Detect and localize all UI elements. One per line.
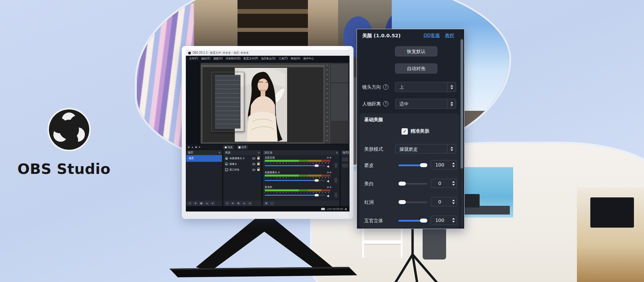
beauty-plugin-panel: 美颜 (1.0.0.52) QQ客服 教程 恢复默认 自动对焦 镜头方向 ? 上… bbox=[357, 29, 465, 229]
slider-handle[interactable] bbox=[420, 219, 427, 223]
dock-menu-icon[interactable]: ⧉ bbox=[336, 151, 338, 154]
slider-handle[interactable] bbox=[420, 163, 427, 167]
ruddiness-label: 红润 bbox=[364, 197, 374, 207]
mixer-kebab-button[interactable]: ⋮ bbox=[334, 178, 337, 183]
sources-dock: 来源 ⧉ ● 美颜摄像头 A ▶ 摄像头 bbox=[223, 150, 262, 206]
tutorial-link[interactable]: 教程 bbox=[445, 33, 454, 39]
ps-canvas bbox=[203, 67, 323, 142]
mixer-kebab-button[interactable]: ⋮ bbox=[334, 192, 337, 198]
menu-help[interactable]: 帮助(H) bbox=[291, 57, 300, 60]
remove-source-button[interactable]: ✕ bbox=[230, 201, 235, 205]
ruddiness-value-spinbox[interactable]: 0 bbox=[431, 197, 457, 206]
source-row-camera[interactable]: ▶ 摄像头 bbox=[223, 161, 261, 167]
dock-menu-icon[interactable]: ⧉ bbox=[258, 151, 260, 154]
spin-arrows-icon[interactable] bbox=[452, 216, 455, 225]
ps-tool-column bbox=[325, 63, 329, 144]
add-scene-button[interactable]: + bbox=[187, 201, 192, 205]
speaker-icon[interactable] bbox=[327, 180, 330, 183]
scene-down-button[interactable]: ∨ bbox=[210, 201, 215, 205]
obs-logo-icon bbox=[46, 107, 92, 152]
source-properties-button[interactable]: ⚙ bbox=[236, 201, 241, 205]
volume-slider[interactable] bbox=[265, 164, 325, 167]
audio-meter bbox=[265, 160, 330, 162]
transitions-dock: 场景转场 bbox=[340, 150, 350, 206]
smoothing-slider[interactable] bbox=[398, 160, 427, 170]
menu-file[interactable]: 文件(F) bbox=[189, 57, 198, 60]
spin-arrows-icon[interactable] bbox=[452, 197, 455, 206]
video-source-icon: ▶ bbox=[225, 162, 228, 166]
meter-options-icons[interactable]: ▣ ▣ bbox=[327, 156, 331, 158]
speaker-icon[interactable] bbox=[327, 165, 330, 168]
volume-slider[interactable] bbox=[265, 179, 325, 182]
lock-icon[interactable] bbox=[257, 157, 260, 159]
facial-depth-slider[interactable] bbox=[398, 216, 427, 226]
autofocus-button[interactable]: 自动对焦 bbox=[395, 63, 437, 74]
menu-plugin-center[interactable]: 插件中心 bbox=[303, 57, 314, 60]
source-down-button[interactable]: ∨ bbox=[248, 201, 252, 205]
preview-tab-button[interactable]: 预览 bbox=[223, 145, 234, 149]
dock-menu-icon[interactable]: ⧉ bbox=[219, 151, 220, 154]
facial-depth-value-spinbox[interactable]: 100 bbox=[431, 216, 457, 225]
scenes-dock: 场景 ⧉ 场景 + ✕ ▤ ∧ ∨ bbox=[186, 150, 222, 206]
mixer-kebab-button[interactable]: ⋮ bbox=[334, 163, 337, 168]
restore-defaults-button[interactable]: 恢复默认 bbox=[395, 46, 437, 56]
menu-edit[interactable]: 编辑(E) bbox=[201, 57, 210, 60]
scene-up-button[interactable]: ∧ bbox=[205, 201, 209, 205]
scenes-dock-header: 场景 ⧉ bbox=[186, 150, 222, 155]
meter-options-icons[interactable]: ▣ ▣ bbox=[327, 171, 331, 173]
scenes-toolbar: + ✕ ▤ ∧ ∨ bbox=[186, 200, 222, 206]
spin-arrows-icon[interactable] bbox=[452, 179, 455, 188]
panel-scrollbar[interactable] bbox=[461, 39, 463, 227]
meter-ticks bbox=[265, 162, 330, 163]
person-distance-select[interactable]: 适中 bbox=[395, 99, 456, 109]
transition-control[interactable] bbox=[342, 157, 348, 161]
qq-support-link[interactable]: QQ客服 bbox=[424, 33, 440, 39]
menu-scene-collection[interactable]: 场景集合(S) bbox=[261, 57, 275, 60]
checkbox-checked-icon[interactable]: ✓ bbox=[401, 128, 408, 135]
volume-slider[interactable] bbox=[265, 194, 325, 196]
add-source-button[interactable]: + bbox=[225, 201, 229, 205]
menu-tools[interactable]: 工具(T) bbox=[279, 57, 288, 60]
whitening-slider[interactable] bbox=[398, 179, 427, 189]
visibility-eye-icon[interactable] bbox=[252, 157, 255, 159]
meter-options-icons[interactable]: ▣ ▣ bbox=[327, 186, 331, 188]
lock-icon[interactable] bbox=[257, 169, 260, 171]
monitor-stand bbox=[161, 218, 362, 278]
slider-handle[interactable] bbox=[398, 182, 406, 186]
scene-list-item-selected[interactable]: 场景 bbox=[186, 155, 222, 162]
scene-filters-button[interactable]: ▤ bbox=[199, 201, 204, 205]
source-row-camera-a[interactable]: ● 美颜摄像头 A bbox=[223, 156, 261, 161]
spin-arrows-icon[interactable] bbox=[452, 160, 455, 169]
whitening-value-spinbox[interactable]: 0 bbox=[431, 179, 457, 188]
desktop-background: OBS Studio OBS 29.1.3 - 配置文件: 未命名 - 场景: … bbox=[0, 0, 644, 282]
lens-direction-select[interactable]: 上 bbox=[395, 82, 456, 92]
visibility-eye-icon[interactable] bbox=[252, 169, 255, 171]
ruddiness-slider[interactable] bbox=[398, 197, 427, 207]
obs-preview-area bbox=[186, 61, 350, 144]
rec-dot-icon bbox=[345, 208, 347, 210]
help-icon[interactable]: ? bbox=[383, 84, 388, 90]
menu-view[interactable]: 视图(V) bbox=[213, 57, 223, 60]
menu-profile[interactable]: 配置文件(P) bbox=[244, 57, 258, 60]
menu-docks[interactable]: 停靠部件(D) bbox=[226, 57, 240, 60]
mixer-more-button[interactable]: ⋮ bbox=[270, 201, 274, 205]
combo-spinner-icon[interactable] bbox=[447, 144, 456, 153]
mixer-settings-button[interactable]: ⚙ bbox=[264, 201, 269, 205]
smoothing-value-spinbox[interactable]: 100 bbox=[431, 160, 457, 170]
transition-control[interactable] bbox=[342, 163, 348, 168]
combo-spinner-icon[interactable] bbox=[447, 99, 456, 108]
obs-menubar: 文件(F) 编辑(E) 视图(V) 停靠部件(D) 配置文件(P) 场景集合(S… bbox=[186, 56, 350, 61]
slider-handle[interactable] bbox=[398, 200, 406, 204]
visibility-eye-icon[interactable] bbox=[252, 163, 255, 165]
scrollbar-thumb[interactable] bbox=[461, 39, 463, 169]
combo-spinner-icon[interactable] bbox=[447, 82, 456, 92]
skin-mode-select[interactable]: 朦胧磨皮 bbox=[395, 144, 456, 153]
remove-scene-button[interactable]: ✕ bbox=[193, 201, 198, 205]
lock-icon[interactable] bbox=[257, 163, 260, 165]
help-icon[interactable]: ? bbox=[383, 101, 388, 106]
program-tab-button[interactable]: 程序 bbox=[237, 145, 248, 149]
source-up-button[interactable]: ∧ bbox=[242, 201, 247, 205]
precise-skin-checkbox-row[interactable]: ✓ 精准美肤 bbox=[401, 128, 429, 135]
speaker-icon[interactable] bbox=[327, 195, 330, 197]
source-row-window[interactable]: ▭ 窗口采集 bbox=[223, 167, 261, 172]
